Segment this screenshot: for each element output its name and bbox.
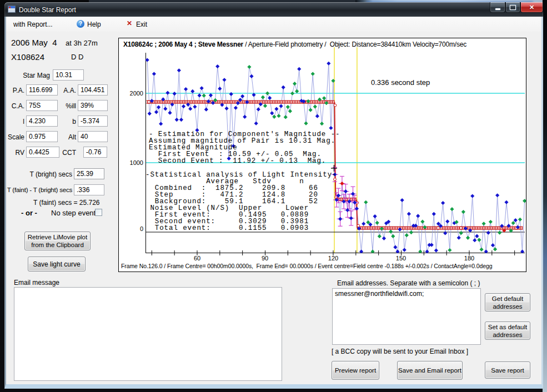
set-default-addresses-button[interactable]: Set as default addresses	[485, 321, 530, 340]
menu-exit[interactable]: Exit	[136, 21, 147, 28]
obs-date: 2006 May 4	[11, 38, 57, 47]
cct-input[interactable]	[83, 147, 107, 158]
get-default-line1: Get default	[492, 295, 523, 303]
window-title: Double Star Report	[19, 6, 76, 14]
obs-time: at 3h 27m	[66, 39, 98, 47]
get-default-line2: addresses	[493, 303, 522, 310]
l-label: l	[0, 118, 24, 125]
y-tick-2000: 2000	[127, 90, 143, 97]
alt-label: Alt	[50, 133, 76, 141]
set-default-line1: Set as default	[488, 323, 527, 331]
help-icon: ?	[77, 20, 84, 28]
alt-input[interactable]	[78, 131, 108, 142]
aa-label: A.A.	[50, 87, 76, 94]
close-button[interactable]: ✕	[520, 2, 543, 13]
preview-report-label: Preview report	[335, 366, 376, 374]
chart-title: X108624c ; 2006 May 4 ; Steve Messner / …	[123, 41, 466, 48]
maximize-icon	[510, 5, 516, 10]
no-step-label: No step event	[51, 209, 96, 217]
star-mag-input[interactable]	[53, 69, 84, 81]
ca-label: C.A.	[0, 102, 24, 110]
save-and-email-label: Save and Email report	[398, 366, 461, 374]
set-default-line2: addresses	[493, 331, 522, 339]
close-icon: ✕	[529, 4, 534, 11]
star-mag-label: Star Mag	[0, 72, 50, 79]
t-diff-label: T (faint) - T (bright) secs	[0, 187, 72, 193]
frame-info-line: Frame No.126.0 / Frame Centre= 00h00m00.…	[121, 263, 492, 269]
b-label: b	[50, 118, 76, 125]
email-message-label: Email message	[14, 279, 59, 287]
preview-report-button[interactable]: Preview report	[332, 361, 379, 380]
chart-title-bold: X108624c ; 2006 May 4 ; Steve Messner	[123, 41, 243, 48]
save-light-curve-label: Save light curve	[33, 260, 80, 268]
menu-help[interactable]: Help	[87, 21, 101, 28]
retrieve-limovie-line2: from the Clipboard	[31, 241, 84, 249]
scale-label: Scale	[0, 133, 24, 141]
app-icon	[8, 6, 16, 13]
pa-label: P.A.	[0, 87, 24, 94]
rv-label: RV	[0, 149, 24, 157]
get-default-addresses-button[interactable]: Get default addresses	[485, 293, 530, 311]
email-message-textarea[interactable]	[14, 287, 282, 381]
b-input[interactable]	[78, 115, 108, 127]
cct-label: CCT	[50, 149, 76, 157]
save-report-button[interactable]: Save report	[485, 361, 530, 379]
ill-label: %ill	[50, 102, 76, 110]
chart-title-rest: / Aperture-Field photometry / Object: Di…	[243, 41, 466, 48]
background-right-strip	[543, 0, 547, 392]
window-titlebar[interactable]	[4, 2, 543, 17]
retrieve-limovie-line1: Retrieve LiMovie plot	[28, 233, 87, 241]
retrieve-limovie-button[interactable]: Retrieve LiMovie plot from the Clipboard	[24, 232, 91, 250]
event-type: D D	[71, 53, 83, 61]
exit-icon: ✕	[127, 19, 132, 27]
save-light-curve-button[interactable]: Save light curve	[28, 257, 86, 272]
minimize-icon	[495, 8, 500, 10]
estimation-block: - Estimation for Component's Magnitude -…	[149, 131, 340, 164]
t-faint-text: T (faint) secs = 25.726	[33, 199, 100, 207]
y-tick-1000: 1000	[127, 159, 143, 166]
star-id: X108624	[11, 52, 44, 62]
t-bright-input[interactable]	[74, 168, 104, 179]
step-annotation: 0.336 second step	[371, 78, 430, 87]
or-text: - or -	[21, 209, 37, 217]
x-tick-180: 180	[461, 255, 478, 262]
x-tick-150: 150	[393, 255, 409, 262]
stats-block: -Statistical analysis of Light Intensity…	[145, 172, 337, 232]
t-diff-input[interactable]	[74, 184, 104, 195]
save-and-email-button[interactable]: Save and Email report	[397, 361, 463, 380]
menu-bar	[6, 17, 541, 32]
menu-with-report[interactable]: with Report...	[13, 21, 53, 28]
save-report-label: Save report	[491, 366, 524, 374]
x-tick-90: 90	[257, 255, 273, 262]
ill-input[interactable]	[78, 100, 108, 111]
minimize-button[interactable]	[490, 2, 505, 13]
no-step-checkbox[interactable]	[95, 209, 102, 216]
bcc-note: [ a BCC copy will be sent to your Email …	[327, 348, 473, 355]
x-tick-120: 120	[325, 255, 342, 262]
email-addresses-textarea[interactable]: smessner@northfieldwifi.com;	[332, 288, 481, 345]
t-bright-label: T (bright) secs	[0, 170, 72, 178]
aa-input[interactable]	[78, 84, 108, 96]
email-addresses-label: Email addresses. Separate with a semicol…	[337, 279, 480, 287]
x-tick-60: 60	[189, 255, 205, 262]
y-tick-0: 0	[127, 225, 143, 232]
maximize-button[interactable]	[505, 2, 520, 13]
